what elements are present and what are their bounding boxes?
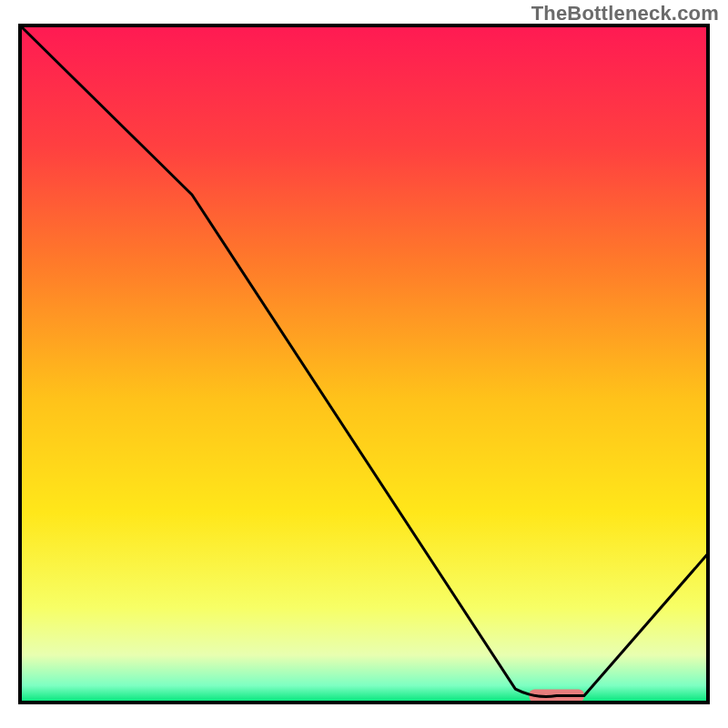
bottleneck-chart bbox=[0, 0, 728, 728]
watermark-text: TheBottleneck.com bbox=[531, 2, 719, 25]
chart-frame: TheBottleneck.com bbox=[0, 0, 728, 728]
